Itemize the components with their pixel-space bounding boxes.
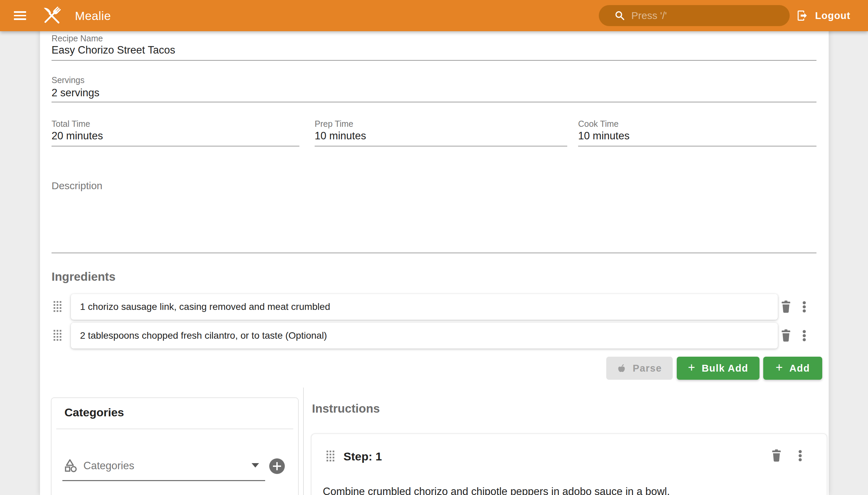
apple-icon — [617, 363, 627, 374]
servings-input[interactable]: 2 servings — [52, 87, 99, 99]
step-title: Step: 1 — [343, 450, 382, 463]
bulk-add-button[interactable]: + Bulk Add — [677, 357, 760, 380]
plus-icon: + — [776, 360, 783, 375]
logout-label: Logout — [815, 10, 850, 21]
delete-step-icon[interactable] — [770, 449, 783, 462]
description-label: Description — [52, 180, 102, 191]
total-time-input[interactable]: 20 minutes — [52, 130, 103, 142]
categories-select-underline — [62, 480, 265, 481]
search-input[interactable] — [625, 10, 790, 21]
delete-ingredient-icon[interactable] — [780, 329, 792, 342]
recipe-name-underline — [52, 60, 816, 61]
delete-ingredient-icon[interactable] — [780, 300, 792, 313]
app-header: Mealie Logout — [0, 0, 868, 31]
total-time-underline — [52, 146, 300, 147]
categories-divider — [56, 429, 293, 429]
categories-title: Categories — [64, 406, 124, 419]
logout-button[interactable]: Logout — [796, 8, 850, 23]
step-menu-icon[interactable] — [794, 449, 806, 462]
ingredients-heading: Ingredients — [52, 270, 116, 284]
ingredient-text: 1 chorizo sausage link, casing removed a… — [80, 302, 330, 312]
parse-label: Parse — [633, 363, 662, 374]
search-bar[interactable] — [599, 5, 790, 26]
plus-icon: + — [688, 360, 695, 375]
prep-time-input[interactable]: 10 minutes — [314, 130, 366, 142]
total-time-label: Total Time — [52, 119, 90, 129]
search-icon — [614, 10, 625, 21]
drag-handle-icon[interactable] — [54, 301, 62, 312]
section-divider — [303, 388, 304, 495]
description-textarea[interactable] — [52, 193, 816, 252]
servings-underline — [52, 102, 816, 102]
cook-time-label: Cook Time — [578, 119, 618, 129]
add-category-button[interactable] — [269, 458, 285, 474]
recipe-name-input[interactable]: Easy Chorizo Street Tacos — [52, 44, 175, 56]
step-text-input[interactable]: Combine crumbled chorizo and chipotle pe… — [323, 485, 814, 495]
prep-time-underline — [314, 146, 567, 147]
servings-label: Servings — [52, 75, 84, 85]
drag-handle-icon[interactable] — [54, 330, 62, 341]
chevron-down-icon[interactable] — [252, 463, 259, 467]
ingredient-input[interactable]: 2 tablespoons chopped fresh cilantro, or… — [71, 323, 778, 348]
categories-select[interactable]: Categories — [83, 460, 134, 472]
hamburger-menu-icon[interactable] — [14, 11, 26, 20]
mealie-logo-icon — [40, 3, 63, 28]
drag-handle-icon[interactable] — [326, 450, 334, 461]
cook-time-underline — [578, 146, 816, 147]
add-ingredient-button[interactable]: + Add — [763, 357, 822, 380]
recipe-name-label: Recipe Name — [52, 34, 103, 44]
bulk-add-label: Bulk Add — [702, 363, 748, 374]
instructions-heading: Instructions — [312, 402, 380, 415]
cook-time-input[interactable]: 10 minutes — [578, 130, 630, 142]
shapes-icon — [63, 458, 78, 473]
app-title[interactable]: Mealie — [75, 9, 111, 23]
ingredient-menu-icon[interactable] — [798, 329, 810, 342]
logout-icon — [796, 10, 808, 22]
ingredient-input[interactable]: 1 chorizo sausage link, casing removed a… — [71, 294, 778, 320]
ingredient-text: 2 tablespoons chopped fresh cilantro, or… — [80, 330, 327, 341]
prep-time-label: Prep Time — [314, 119, 353, 129]
parse-button[interactable]: Parse — [606, 357, 673, 380]
ingredient-menu-icon[interactable] — [798, 300, 810, 313]
description-underline — [52, 253, 816, 253]
add-label: Add — [789, 363, 810, 374]
